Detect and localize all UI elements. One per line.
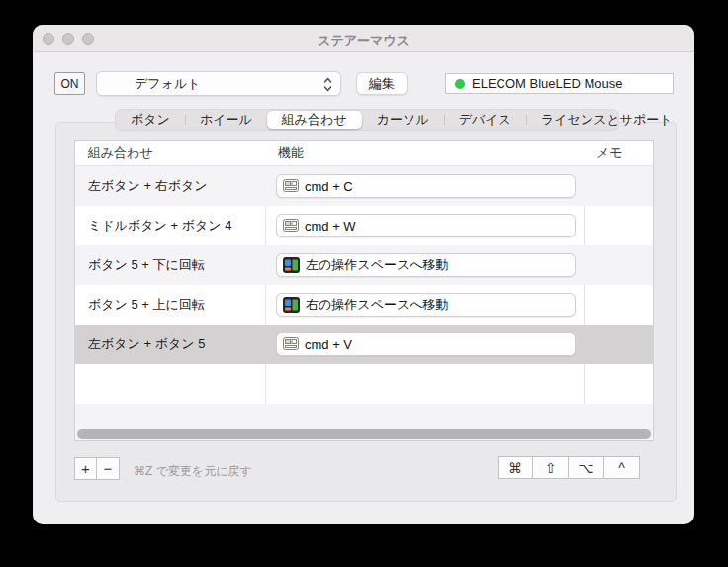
header-combination[interactable]: 組み合わせ <box>75 144 265 162</box>
table-row[interactable]: 左ボタン + 右ボタン cmd + C <box>75 166 653 206</box>
combination-label: ボタン 5 + 下に回転 <box>75 256 265 274</box>
function-well[interactable]: cmd + C <box>276 174 576 198</box>
on-toggle-button[interactable]: ON <box>54 72 85 95</box>
function-label: cmd + W <box>305 219 356 234</box>
table-header: 組み合わせ 機能 メモ <box>75 141 653 166</box>
table-row-empty[interactable] <box>75 364 653 404</box>
function-cell: cmd + W <box>265 214 584 237</box>
function-cell: 右の操作スペースへ移動 <box>265 293 584 317</box>
function-well[interactable]: cmd + V <box>276 332 576 356</box>
function-well[interactable]: 左の操作スペースへ移動 <box>276 253 576 277</box>
function-label: cmd + C <box>305 179 353 194</box>
function-well[interactable]: 右の操作スペースへ移動 <box>276 293 576 317</box>
remove-combination-button[interactable]: − <box>97 457 120 480</box>
combination-label: 左ボタン + 右ボタン <box>75 177 265 195</box>
tab-buttons[interactable]: ボタン <box>116 110 185 130</box>
row-stepper: + − <box>74 457 120 480</box>
title-bar[interactable]: ステアーマウス <box>33 25 694 52</box>
undo-hint-text: ⌘Z で変更を元に戻す <box>134 463 252 480</box>
tab-license-support[interactable]: ライセンスとサポート <box>526 110 687 130</box>
control-key-button[interactable]: ^ <box>604 456 640 479</box>
table-row[interactable]: ボタン 5 + 上に回転 右の操作スペースへ移動 <box>75 285 653 325</box>
keyboard-shortcut-icon <box>283 179 299 193</box>
device-status-dot <box>455 79 465 89</box>
tab-wheel[interactable]: ホイール <box>185 110 267 130</box>
keyboard-shortcut-icon <box>283 219 299 233</box>
horizontal-scrollbar[interactable] <box>77 429 651 439</box>
table-row[interactable]: ミドルボタン + ボタン 4 cmd + W <box>75 206 653 245</box>
combination-label: 左ボタン + ボタン 5 <box>75 335 265 353</box>
option-key-button[interactable]: ⌥ <box>569 456 604 479</box>
function-label: 右の操作スペースへ移動 <box>306 296 449 314</box>
tab-device[interactable]: デバイス <box>444 110 526 130</box>
header-function[interactable]: 機能 <box>265 144 584 162</box>
tab-bar: ボタン ホイール 組み合わせ カーソル デバイス ライセンスとサポート <box>115 109 619 131</box>
function-well[interactable]: cmd + W <box>276 214 576 237</box>
edit-button[interactable]: 編集 <box>356 72 408 95</box>
preset-dropdown-value: デフォルト <box>135 75 201 93</box>
combination-label: ボタン 5 + 上に回転 <box>75 296 265 314</box>
header-memo[interactable]: メモ <box>584 144 653 162</box>
function-cell: 左の操作スペースへ移動 <box>265 253 584 277</box>
preset-dropdown[interactable]: デフォルト <box>96 71 341 96</box>
chevron-up-down-icon <box>322 75 333 94</box>
app-window: ステアーマウス ON デフォルト 編集 ELECOM BlueLED Mouse… <box>33 25 694 524</box>
combinations-table: 組み合わせ 機能 メモ 左ボタン + 右ボタン cmd + C ミドルボタン +… <box>74 140 654 441</box>
keyboard-shortcut-icon <box>283 337 299 351</box>
table-row[interactable]: ボタン 5 + 下に回転 左の操作スペースへ移動 <box>75 245 653 285</box>
spaces-icon <box>283 257 300 273</box>
function-cell: cmd + C <box>265 174 584 198</box>
function-label: cmd + V <box>305 337 352 352</box>
tab-cursor[interactable]: カーソル <box>362 110 444 130</box>
device-name: ELECOM BlueLED Mouse <box>472 76 622 91</box>
window-title: ステアーマウス <box>33 32 694 49</box>
tab-combinations[interactable]: 組み合わせ <box>267 111 362 129</box>
device-indicator: ELECOM BlueLED Mouse <box>445 73 674 94</box>
function-cell: cmd + V <box>265 332 584 356</box>
function-label: 左の操作スペースへ移動 <box>306 256 449 274</box>
combination-label: ミドルボタン + ボタン 4 <box>75 217 265 235</box>
shift-key-button[interactable]: ⇧ <box>533 456 569 479</box>
table-row[interactable]: 左ボタン + ボタン 5 cmd + V <box>75 325 653 364</box>
modifier-key-group: ⌘ ⇧ ⌥ ^ <box>498 456 640 479</box>
add-combination-button[interactable]: + <box>74 457 97 480</box>
spaces-icon <box>283 297 300 313</box>
command-key-button[interactable]: ⌘ <box>498 456 533 479</box>
